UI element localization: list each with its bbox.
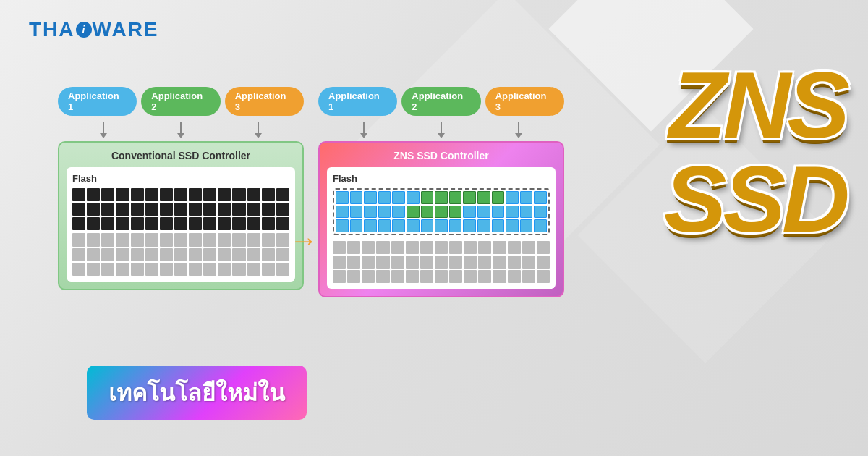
zns-arrow-3 [515,122,522,138]
logo-text-before: THA [29,18,75,41]
logo-text-after: WARE [93,18,159,41]
zns-letter-s3: S [723,152,782,246]
conventional-gray-row-2 [72,248,289,261]
conventional-black-row-2 [72,203,289,216]
zns-blue-row-1 [336,191,547,204]
zns-main-title: Z N S S S D [593,58,846,246]
conventional-app-badges: Application 1 Application 2 Application … [58,87,304,116]
arrow-2 [177,122,184,138]
app-badge-2: Application 2 [141,87,220,116]
zns-letter-s: S [787,58,846,152]
big-arrow: → [289,224,318,257]
zns-gray-row-3 [333,270,550,283]
zns-app-badge-1: Application 1 [318,87,397,116]
app-badge-1: Application 1 [58,87,137,116]
conventional-gray-row-1 [72,233,289,246]
conventional-flash-label: Flash [72,173,289,184]
zns-gray-row-1 [333,241,550,254]
zns-arrow-1 [360,122,367,138]
zns-arrow-2 [438,122,445,138]
zns-letter-d: D [782,152,846,246]
zns-letter-z: Z [669,58,723,152]
zns-flash-area: Flash [327,167,556,289]
conventional-black-row-1 [72,188,289,201]
logo-icon [76,22,92,38]
conventional-diagram: Application 1 Application 2 Application … [58,87,304,290]
app-badge-3: Application 3 [225,87,304,116]
conventional-flash-area: Flash [67,167,295,282]
zns-arrows [318,122,564,138]
zns-zone [333,188,550,235]
conventional-controller-box: Conventional SSD Controller Flash [58,141,304,290]
arrow-3 [255,122,262,138]
conventional-black-row-3 [72,217,289,230]
conventional-arrows [58,122,304,138]
zns-mixed-row [336,219,547,232]
thai-banner-text: เทคโนโลยีใหม่ใน [109,380,285,406]
main-container: THA WARE Application 1 Application 2 App… [0,0,868,456]
arrow-1 [100,122,107,138]
thai-banner: เทคโนโลยีใหม่ใน [87,366,307,420]
zns-controller-title: ZNS SSD Controller [327,150,556,161]
zns-letter-s2: S [664,152,723,246]
zns-app-badge-3: Application 3 [485,87,564,116]
zns-flash-label: Flash [333,173,550,184]
zns-diagram: Application 1 Application 2 Application … [318,87,564,297]
conventional-controller-title: Conventional SSD Controller [67,150,295,161]
zns-app-badge-2: Application 2 [401,87,480,116]
zns-app-badges: Application 1 Application 2 Application … [318,87,564,116]
logo: THA WARE [29,18,159,41]
zns-blue-row-2 [336,206,547,219]
conventional-gray-row-3 [72,263,289,276]
zns-controller-box: ZNS SSD Controller Flash [318,141,564,297]
zns-letter-n: N [723,58,787,152]
zns-gray-row-2 [333,256,550,269]
